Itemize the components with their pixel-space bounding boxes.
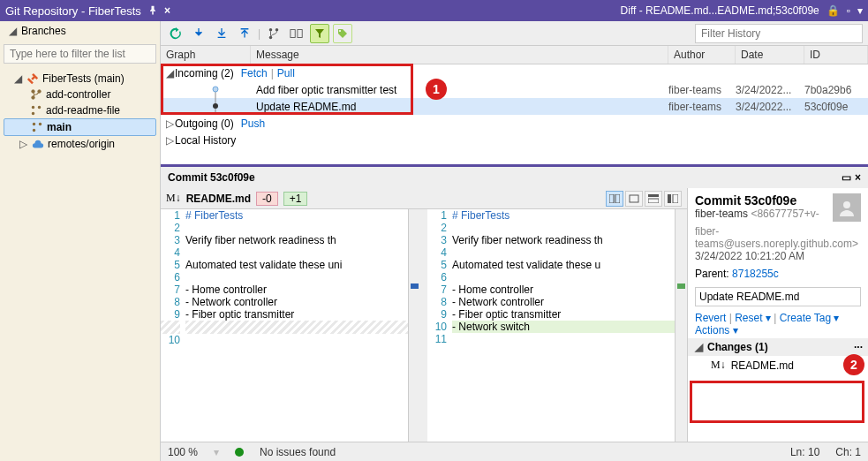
- zoom-level[interactable]: 100 %: [168, 446, 198, 458]
- cloud-icon: [32, 138, 44, 150]
- lock-icon: 🔒: [826, 4, 840, 17]
- branch-button[interactable]: [264, 24, 283, 43]
- commit-date: 3/24/2022 10:21:20 AM: [695, 250, 861, 262]
- branch-icon: [31, 121, 43, 133]
- commit-message-box[interactable]: Update README.md: [695, 287, 861, 306]
- svg-point-1: [269, 27, 273, 31]
- view-button[interactable]: [664, 191, 682, 207]
- code-left: # FiberTests Verify fiber network readin…: [185, 209, 408, 442]
- branch-icon: [30, 88, 42, 101]
- commit-author: fiber-teams: [695, 208, 748, 220]
- svg-rect-13: [630, 195, 638, 202]
- col-date[interactable]: Date: [736, 46, 804, 64]
- remotes-label: remotes/origin: [48, 138, 115, 150]
- col-graph[interactable]: Graph: [161, 46, 251, 64]
- grid-header: Graph Message Author Date ID: [161, 46, 868, 64]
- local-history-section[interactable]: ▷ Local History: [161, 132, 868, 148]
- more-icon[interactable]: ···: [854, 341, 863, 353]
- repo-label: FiberTests (main): [42, 72, 125, 85]
- annotation-box-1: [161, 64, 413, 115]
- reset-link[interactable]: Reset ▾: [735, 312, 771, 324]
- revert-link[interactable]: Revert: [695, 312, 726, 324]
- col-message[interactable]: Message: [251, 46, 668, 64]
- svg-point-18: [843, 201, 850, 208]
- changed-file-name: README.md: [731, 359, 794, 372]
- col-author[interactable]: Author: [668, 46, 736, 64]
- diff-title: Diff - README.md...EADME.md;53c0f09e: [621, 4, 819, 17]
- branch-label: main: [47, 121, 72, 133]
- issues-status[interactable]: No issues found: [260, 446, 336, 458]
- code-right: # FiberTests Verify fiber network readin…: [452, 209, 675, 442]
- push-button[interactable]: [235, 24, 254, 43]
- file-type-icon: M↓: [711, 359, 726, 372]
- char-indicator[interactable]: Ch: 1: [835, 446, 861, 458]
- commit-date: 3/24/2022...: [736, 84, 804, 96]
- commit-header-text: Commit 53c0f09e: [168, 171, 255, 184]
- view-button[interactable]: [645, 191, 662, 207]
- pull-button[interactable]: [212, 24, 231, 43]
- filter-input[interactable]: [4, 44, 156, 64]
- window-button[interactable]: ▫: [847, 4, 850, 17]
- branch-label: add-controller: [46, 88, 110, 101]
- annotation-badge-2: 2: [843, 354, 864, 375]
- commit-email: fiber-teams@users.noreply.github.com>: [695, 225, 861, 250]
- commit-details-panel: Commit 53c0f09e fiber-teams <86677757+v-…: [687, 188, 868, 442]
- parent-link[interactable]: 8718255c: [732, 268, 779, 280]
- diff-left-pane[interactable]: 12345678910 # FiberTests Verify fiber ne…: [161, 209, 420, 442]
- actions-link[interactable]: Actions ▾: [695, 324, 738, 336]
- line-gutter: 1234567891011: [427, 209, 452, 442]
- refresh-button[interactable]: [166, 24, 185, 43]
- window-title: Git Repository - FiberTests: [5, 4, 141, 18]
- col-id[interactable]: ID: [804, 46, 868, 64]
- tag-button[interactable]: [333, 24, 352, 43]
- status-ok-icon: [235, 448, 244, 457]
- changed-file-item[interactable]: M↓ README.md M: [688, 356, 868, 374]
- additions-count: +1: [283, 192, 308, 206]
- svg-point-2: [275, 27, 279, 31]
- history-toolbar: |: [161, 21, 868, 46]
- fetch-button[interactable]: [189, 24, 208, 43]
- toggle1-button[interactable]: [287, 24, 306, 43]
- push-link[interactable]: Push: [241, 117, 265, 130]
- collapse-icon[interactable]: ◢: [7, 25, 18, 37]
- changes-header[interactable]: ◢Changes (1) ···: [688, 338, 868, 356]
- svg-rect-17: [673, 194, 678, 203]
- svg-point-6: [339, 30, 341, 32]
- window-button[interactable]: ▾: [857, 4, 863, 17]
- filter-button[interactable]: [310, 24, 329, 43]
- annotation-badge-1: 1: [426, 79, 447, 100]
- repo-node[interactable]: ◢ FiberTests (main): [4, 71, 156, 87]
- line-indicator[interactable]: Ln: 10: [790, 446, 819, 458]
- side-by-side-button[interactable]: [606, 191, 623, 207]
- branch-item[interactable]: add-readme-file: [4, 102, 156, 118]
- svg-rect-11: [609, 194, 614, 203]
- pin-icon[interactable]: [147, 4, 159, 17]
- line-gutter: 12345678910: [161, 209, 185, 442]
- commit-date: 3/24/2022...: [736, 101, 804, 113]
- branch-tree: ◢ FiberTests (main) add-controller add-r…: [0, 67, 160, 155]
- outgoing-section[interactable]: ▷ Outgoing (0) Push: [161, 115, 868, 132]
- commit-author: fiber-teams: [668, 84, 736, 96]
- scroll-indicator[interactable]: [675, 209, 687, 442]
- commit-header: Commit 53c0f09e ▭ ×: [161, 167, 868, 188]
- diff-right-pane[interactable]: 1234567891011 # FiberTests Verify fiber …: [420, 209, 687, 442]
- branch-item-main[interactable]: main: [4, 118, 156, 136]
- branch-item[interactable]: add-controller: [4, 87, 156, 102]
- avatar: [833, 193, 861, 222]
- diff-prefix-icon: M↓: [166, 192, 181, 205]
- title-bar: Git Repository - FiberTests × Diff - REA…: [0, 0, 868, 21]
- inline-button[interactable]: [625, 191, 643, 207]
- scroll-indicator[interactable]: [408, 209, 420, 442]
- create-tag-link[interactable]: Create Tag ▾: [780, 312, 840, 324]
- branch-label: add-readme-file: [46, 104, 120, 117]
- commit-id: 7b0a29b6: [804, 84, 868, 96]
- local-history-label: Local History: [175, 134, 236, 147]
- svg-rect-12: [615, 194, 620, 203]
- filter-history-input[interactable]: [695, 24, 863, 43]
- remotes-node[interactable]: ▷ remotes/origin: [4, 136, 156, 152]
- window-min-icon[interactable]: ▭: [842, 171, 851, 184]
- diff-filename: README.md: [186, 193, 251, 205]
- window-close-icon[interactable]: ×: [855, 171, 861, 184]
- close-tab-icon[interactable]: ×: [164, 4, 170, 17]
- branches-heading: Branches: [21, 25, 66, 37]
